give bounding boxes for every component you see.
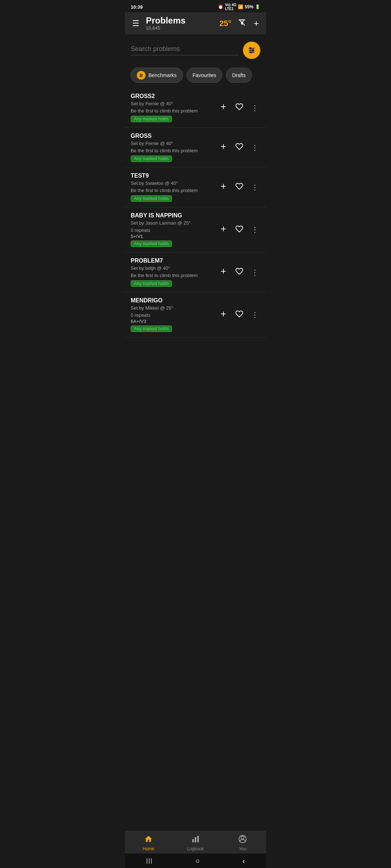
problem-repeats: 0 repeats (131, 227, 214, 234)
person-svg (238, 835, 247, 843)
problem-setter: Set by Swaeloo @ 40° (131, 180, 214, 187)
heart-icon (235, 225, 243, 233)
problem-actions: ⋮ (218, 266, 260, 278)
more-options-button[interactable]: ⋮ (250, 309, 260, 320)
wifi-icon: 📶 (238, 4, 243, 9)
battery-icon: 🔋 (255, 4, 260, 9)
heart-icon (235, 310, 243, 318)
problem-item: MENDRIGO Set by Mikkei @ 25° 0 repeats 6… (125, 292, 266, 337)
add-ascent-button[interactable] (218, 181, 229, 193)
nav-home[interactable]: Home (138, 835, 159, 851)
more-options-button[interactable]: ⋮ (250, 182, 260, 193)
plus-icon (219, 225, 227, 233)
nav-you[interactable]: You (232, 835, 253, 851)
recents-button[interactable]: ||| (146, 858, 153, 864)
problem-status: Be the first to climb this problem (131, 147, 214, 154)
svg-rect-19 (192, 839, 194, 842)
time: 10:39 (131, 4, 143, 10)
logbook-icon (191, 835, 200, 846)
add-ascent-button[interactable] (218, 101, 229, 114)
chip-favourites-label: Favourites (193, 72, 216, 78)
favourite-button[interactable] (234, 141, 245, 154)
chip-benchmarks-label: Benchmarks (148, 72, 177, 78)
more-options-button[interactable]: ⋮ (250, 142, 260, 153)
favourite-button[interactable] (234, 224, 245, 236)
holds-badge: Any marked holds (131, 116, 172, 122)
more-options-button[interactable]: ⋮ (250, 224, 260, 235)
problem-info: PROBLEM7 Set by bdtjh @ 40° Be the first… (131, 258, 214, 287)
add-ascent-button[interactable] (218, 266, 229, 278)
chip-favourites[interactable]: Favourites (186, 68, 222, 83)
favourite-button[interactable] (234, 266, 245, 278)
problem-grade: 5+/V1 (131, 234, 214, 239)
favourite-button[interactable] (234, 309, 245, 321)
temperature: 25° (219, 19, 231, 28)
svg-rect-21 (197, 836, 199, 842)
benchmark-badge: B (137, 71, 146, 80)
add-problem-button[interactable]: + (252, 17, 260, 30)
filter-off-button[interactable] (236, 17, 247, 30)
barchart-svg (191, 835, 200, 843)
add-ascent-button[interactable] (218, 141, 229, 154)
problem-info: BABY IS NAPPING Set by Jason Lanman @ 25… (131, 212, 214, 247)
main-content: B Benchmarks Favourites Drafts GROSS2 Se… (125, 34, 266, 381)
chip-benchmarks[interactable]: B Benchmarks (131, 68, 183, 83)
svg-point-6 (250, 52, 252, 53)
more-options-button[interactable]: ⋮ (250, 102, 260, 114)
problem-info: GROSS2 Set by Fernie @ 40° Be the first … (131, 93, 214, 122)
home-icon (144, 835, 153, 846)
add-ascent-button[interactable] (218, 309, 229, 321)
more-options-button[interactable]: ⋮ (250, 267, 260, 278)
search-section (125, 34, 266, 63)
status-icons: ⏰ Vo) 4GLTE1 📶 55% 🔋 (218, 3, 260, 11)
you-icon (238, 835, 247, 846)
problem-item: GROSS Set by Fernie @ 40° Be the first t… (125, 128, 266, 167)
svg-point-22 (241, 836, 244, 839)
filter-off-icon (238, 18, 246, 26)
back-button[interactable]: ‹ (243, 857, 245, 865)
header-icons: + (236, 17, 260, 30)
signal-info: Vo) 4GLTE1 (225, 3, 236, 11)
problem-actions: ⋮ (218, 141, 260, 154)
add-ascent-button[interactable] (218, 224, 229, 236)
problem-info: TEST9 Set by Swaeloo @ 40° Be the first … (131, 173, 214, 202)
status-bar: 10:39 ⏰ Vo) 4GLTE1 📶 55% 🔋 (125, 0, 266, 12)
search-input-wrap[interactable] (131, 45, 239, 55)
problems-list: GROSS2 Set by Fernie @ 40° Be the first … (125, 88, 266, 337)
bottom-nav: Home Logbook You (125, 831, 266, 854)
nav-home-label: Home (143, 846, 154, 851)
problem-repeats: 0 repeats (131, 312, 214, 319)
page-title: Problems (146, 16, 214, 25)
problem-item: PROBLEM7 Set by bdtjh @ 40° Be the first… (125, 252, 266, 292)
nav-logbook[interactable]: Logbook (185, 835, 206, 851)
problem-name: GROSS2 (131, 93, 214, 99)
nav-logbook-label: Logbook (187, 846, 204, 851)
problem-setter: Set by Jason Lanman @ 25° (131, 220, 214, 227)
plus-icon (219, 267, 227, 275)
favourite-button[interactable] (234, 101, 245, 114)
sliders-icon (248, 46, 256, 54)
problem-actions: ⋮ (218, 224, 260, 236)
problem-item: BABY IS NAPPING Set by Jason Lanman @ 25… (125, 207, 266, 252)
holds-badge: Any marked holds (131, 156, 172, 162)
problem-actions: ⋮ (218, 181, 260, 193)
problem-setter: Set by Mikkei @ 25° (131, 305, 214, 312)
menu-button[interactable]: ☰ (131, 17, 141, 30)
home-button[interactable]: ○ (196, 857, 200, 865)
problem-name: GROSS (131, 133, 214, 139)
title-group: Problems 10,645 (146, 16, 214, 31)
filter-settings-button[interactable] (243, 42, 260, 59)
favourite-button[interactable] (234, 181, 245, 193)
holds-badge: Any marked holds (131, 326, 172, 332)
chip-drafts[interactable]: Drafts (226, 68, 252, 83)
problem-name: TEST9 (131, 173, 214, 179)
problem-setter: Set by Fernie @ 40° (131, 100, 214, 107)
search-input[interactable] (131, 45, 239, 53)
problem-info: GROSS Set by Fernie @ 40° Be the first t… (131, 133, 214, 162)
heart-icon (235, 103, 243, 111)
plus-icon (219, 142, 227, 150)
problem-actions: ⋮ (218, 101, 260, 114)
header: ☰ Problems 10,645 25° + (125, 12, 266, 34)
chip-drafts-label: Drafts (232, 72, 245, 78)
problem-setter: Set by bdtjh @ 40° (131, 265, 214, 272)
